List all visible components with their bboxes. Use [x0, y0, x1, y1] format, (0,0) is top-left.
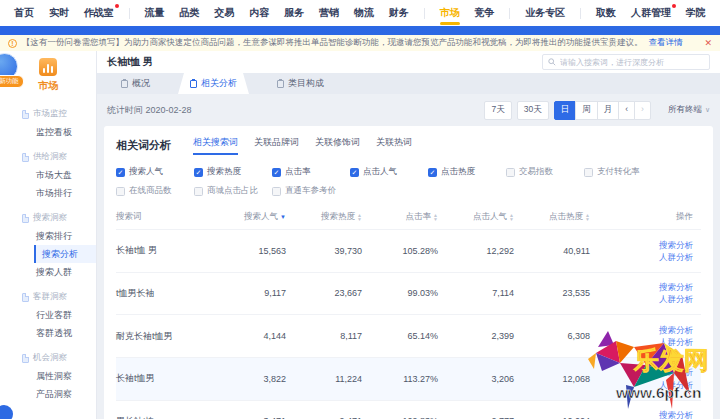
filter-checkbox[interactable]: ✓点击率 — [272, 166, 350, 178]
nav-item[interactable]: 人群管理 — [631, 1, 671, 25]
filter-checkbox[interactable]: ✓搜索热度 — [194, 166, 272, 178]
nav-item[interactable]: 学院 — [686, 1, 706, 25]
sidebar-menu: 市场监控监控看板供给洞察市场大盘市场排行搜索洞察搜索排行搜索分析搜索人群客群洞察… — [0, 105, 96, 403]
sidebar-item[interactable]: 搜索排行 — [0, 227, 96, 245]
nav-item[interactable]: 服务 — [284, 1, 304, 25]
card-tab[interactable]: 关联修饰词 — [315, 136, 360, 155]
close-icon[interactable]: ✕ — [704, 38, 712, 48]
filter-label: 搜索热度 — [207, 166, 241, 178]
analysis-link[interactable]: 搜索分析 — [614, 281, 693, 293]
nav-item[interactable]: 业务专区 — [525, 1, 565, 25]
analysis-link[interactable]: 人群分析 — [614, 336, 693, 348]
sidebar-item[interactable]: 搜索分析 — [34, 245, 96, 263]
filter-checkbox[interactable]: 商城点击占比 — [194, 185, 272, 197]
notice-detail-link[interactable]: 查看详情 — [649, 37, 683, 49]
sidebar-item[interactable]: 产品洞察 — [0, 385, 96, 403]
filter-checkbox[interactable]: ✓搜索人气 — [116, 166, 194, 178]
range-button[interactable]: 7天 — [484, 101, 511, 120]
column-header[interactable]: 点击人气▲▼ — [462, 205, 538, 230]
nav-item[interactable]: 物流 — [354, 1, 374, 25]
nav-item[interactable]: 作战室 — [84, 1, 114, 25]
range-button[interactable]: 30天 — [517, 101, 549, 120]
granularity-button[interactable]: 日 — [554, 101, 577, 120]
sidebar-item[interactable]: 市场大盘 — [0, 166, 96, 184]
value-cell: 113.27% — [386, 357, 462, 400]
tab[interactable]: 概况 — [109, 73, 162, 94]
sidebar-item[interactable]: 监控看板 — [0, 123, 96, 141]
filter-checkbox[interactable]: 交易指数 — [506, 166, 584, 178]
top-nav: 首页实时作战室流量品类交易内容服务营销物流财务市场竞争业务专区取数人群管理学院 — [0, 0, 720, 26]
nav-item[interactable]: 财务 — [389, 1, 409, 25]
column-header[interactable]: 点击热度▲▼ — [538, 205, 614, 230]
stat-time-label: 统计时间 — [107, 105, 143, 115]
sort-desc-icon[interactable]: ▼ — [280, 214, 286, 220]
column-header[interactable]: 搜索人气▼ — [234, 205, 310, 230]
nav-item[interactable]: 营销 — [319, 1, 339, 25]
table-row[interactable]: 耐克长袖t恤男4,1448,11765.14%2,3996,308搜索分析人群分… — [116, 315, 701, 358]
card-tab[interactable]: 关联热词 — [376, 136, 412, 155]
nav-item[interactable]: 取数 — [596, 1, 616, 25]
sidebar-item[interactable]: 市场排行 — [0, 184, 96, 202]
analysis-link[interactable]: 人群分析 — [614, 293, 693, 305]
checkbox-icon: ✓ — [428, 168, 437, 177]
analysis-link[interactable]: 搜索分析 — [614, 239, 693, 251]
search-input[interactable] — [560, 58, 704, 67]
table-row[interactable]: t恤男长袖9,11723,66799.03%7,11423,535搜索分析人群分… — [116, 272, 701, 315]
analysis-link[interactable]: 搜索分析 — [614, 366, 693, 378]
analysis-link[interactable]: 搜索分析 — [614, 409, 693, 419]
sidebar-item[interactable]: 客群透视 — [0, 324, 96, 342]
nav-item[interactable]: 内容 — [249, 1, 269, 25]
table-row[interactable]: 长袖t恤 男15,56339,730105.28%12,29240,911搜索分… — [116, 230, 701, 273]
column-header[interactable]: 点击率▲▼ — [386, 205, 462, 230]
filter-label: 点击热度 — [441, 166, 475, 178]
nav-item[interactable]: 竞争 — [474, 1, 494, 25]
stat-time-date: 2020-02-28 — [146, 105, 192, 115]
nav-item[interactable]: 市场 — [440, 1, 460, 25]
sidebar-item[interactable]: 属性洞察 — [0, 367, 96, 385]
action-cell: 搜索分析人群分析 — [614, 315, 701, 358]
nav-item[interactable]: 首页 — [14, 1, 34, 25]
analysis-link[interactable]: 人群分析 — [614, 251, 693, 263]
filter-checkbox[interactable]: 直通车参考价 — [272, 185, 350, 197]
nav-item[interactable]: 交易 — [214, 1, 234, 25]
value-cell: 11,224 — [310, 357, 386, 400]
nav-item[interactable]: 品类 — [179, 1, 199, 25]
sort-icon[interactable]: ▲▼ — [433, 213, 438, 221]
column-header[interactable]: 搜索热度▲▼ — [310, 205, 386, 230]
filter-checkbox[interactable]: ✓点击人气 — [350, 166, 428, 178]
granularity-button[interactable]: 周 — [575, 101, 598, 120]
tab[interactable]: 相关分析 — [178, 73, 249, 94]
card-tabs: 相关搜索词关联品牌词关联修饰词关联热词 — [193, 136, 412, 155]
action-cell: 搜索分析人群分析 — [614, 272, 701, 315]
value-cell: 9,117 — [234, 272, 310, 315]
analysis-link[interactable]: 搜索分析 — [614, 324, 693, 336]
sort-icon[interactable]: ▲▼ — [357, 213, 362, 221]
action-cell: 搜索分析人群分析 — [614, 400, 701, 419]
prev-button[interactable]: ‹ — [618, 101, 635, 120]
nav-item[interactable]: 流量 — [145, 1, 165, 25]
tab[interactable]: 类目构成 — [265, 73, 336, 94]
search-box[interactable] — [542, 54, 710, 70]
card-tab[interactable]: 相关搜索词 — [193, 136, 238, 155]
card-tab[interactable]: 关联品牌词 — [254, 136, 299, 155]
analysis-link[interactable]: 人群分析 — [614, 379, 693, 391]
chevron-down-icon: ∨ — [705, 106, 710, 114]
terminal-filter[interactable]: 所有终端 ∨ — [668, 104, 710, 116]
sidebar-item[interactable]: 搜索人群 — [0, 263, 96, 281]
table-row[interactable]: 男长袖t恤3,4719,471109.83%2,77710,004搜索分析人群分… — [116, 400, 701, 419]
nav-separator — [580, 8, 581, 19]
sidebar-section-label: 市场监控 — [33, 108, 67, 120]
granularity-button[interactable]: 月 — [597, 101, 620, 120]
filter-checkbox[interactable]: 在线商品数 — [116, 185, 194, 197]
table-row[interactable]: 长袖t恤男3,82211,224113.27%3,20612,068搜索分析人群… — [116, 357, 701, 400]
filter-label: 支付转化率 — [597, 166, 640, 178]
nav-item[interactable]: 实时 — [49, 1, 69, 25]
sort-icon[interactable]: ▲▼ — [509, 213, 514, 221]
filter-checkbox[interactable]: 支付转化率 — [584, 166, 662, 178]
floating-assistant-icon[interactable] — [0, 405, 13, 419]
assistant-badge: 新功能 — [0, 75, 24, 88]
sidebar-item[interactable]: 行业客群 — [0, 306, 96, 324]
sort-icon[interactable]: ▲▼ — [585, 213, 590, 221]
filter-checkbox[interactable]: ✓点击热度 — [428, 166, 506, 178]
notification-dot — [115, 4, 119, 8]
